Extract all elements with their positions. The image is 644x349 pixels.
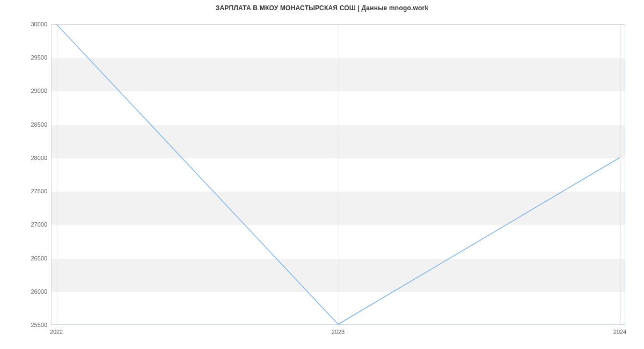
x-tick-label: 2024: [613, 329, 626, 335]
chart-title: ЗАРПЛАТА В МКОУ МОНАСТЫРСКАЯ СОШ | Данны…: [0, 4, 644, 12]
x-tick-label: 2022: [50, 329, 63, 335]
y-tick-label: 29000: [20, 88, 47, 94]
series-line-salary: [57, 25, 619, 324]
y-tick-label: 28000: [20, 155, 47, 161]
series-layer: [52, 25, 625, 324]
y-tick-label: 27500: [20, 188, 47, 194]
y-tick-label: 28500: [20, 121, 47, 128]
y-tick-label: 29500: [20, 54, 47, 61]
y-tick-label: 26500: [20, 255, 47, 261]
y-tick-label: 30000: [20, 21, 47, 27]
chart-container: ЗАРПЛАТА В МКОУ МОНАСТЫРСКАЯ СОШ | Данны…: [0, 0, 644, 349]
y-tick-label: 25500: [20, 322, 47, 328]
y-tick-label: 27000: [20, 221, 47, 228]
x-tick-label: 2023: [332, 329, 345, 335]
y-tick-label: 26000: [20, 288, 47, 295]
plot-area: [51, 24, 625, 325]
